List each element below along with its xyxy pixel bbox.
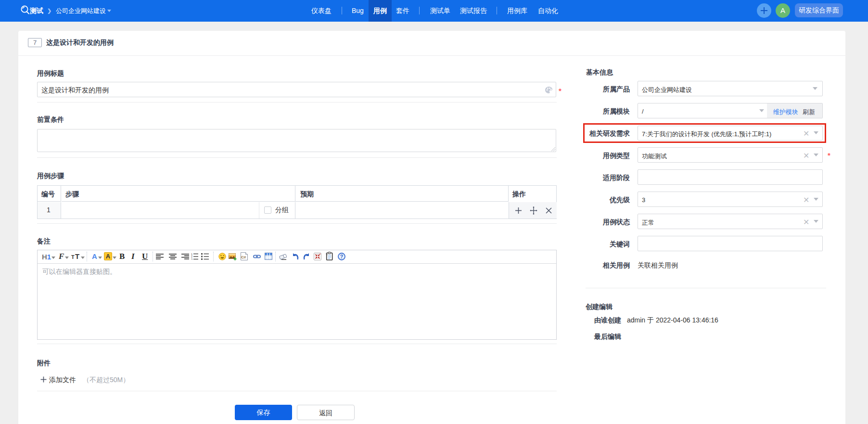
- svg-text:C#: C#: [241, 255, 246, 259]
- svg-text:3: 3: [191, 258, 192, 260]
- svg-text:?: ?: [340, 254, 343, 259]
